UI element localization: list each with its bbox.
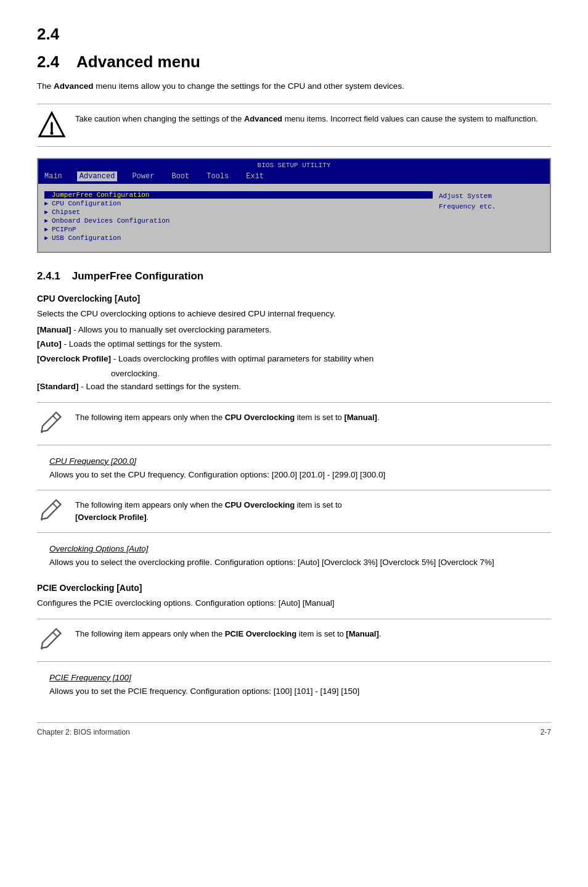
overclock-options-title: Overcloking Options [Auto] [49,544,551,553]
page-footer: Chapter 2: BIOS information 2-7 [37,722,551,736]
bios-entry-pcipnp: ► PCIPnP [44,226,433,233]
pcie-freq-desc: Allows you to set the PCIE frequency. Co… [49,685,551,698]
option-overclock-profile: [Overclock Profile] - Loads overclocking… [37,352,551,366]
cpu-freq-title: CPU Frequency [200.0] [49,456,551,466]
cpu-overclocking-title: CPU Overclocking [Auto] [37,294,551,303]
pcie-freq-title: PCIE Frequency [100] [49,673,551,682]
note-overclock-profile-text: The following item appears only when the… [75,497,342,523]
option-overclock-profile-indent: overclocking. [111,367,551,381]
section-title: 2.4 CPU Overclocking [Auto] [37,25,551,44]
option-auto: [Auto] - Loads the optimal settings for … [37,337,551,351]
bios-entry-usb: ► USB Configuration [44,234,433,242]
note-pcie-manual: The following item appears only when the… [37,619,551,662]
svg-point-2 [51,132,54,135]
svg-line-4 [53,416,57,420]
pcie-overclocking-title: PCIE Overclocking [Auto] [37,583,551,593]
svg-line-5 [53,503,57,508]
main-section-title: 2.4 Advanced menu [37,52,551,72]
bios-body: ► JumperFree Configuration ► CPU Configu… [38,184,550,252]
pencil-icon-1 [37,409,67,439]
bios-entry-jumperfree: ► JumperFree Configuration [44,191,433,199]
pencil-icon-3 [37,625,67,655]
overclock-options-desc: Allows you to select the overclocking pr… [49,556,551,569]
note-manual-cpu: The following item appears only when the… [37,402,551,445]
svg-line-6 [53,632,57,637]
subsection-2-4-1-title: 2.4.1 JumperFree Configuration [37,270,551,283]
bios-entry-onboard: ► Onboard Devices Configuration [44,217,433,225]
option-manual: [Manual] - Allows you to manually set ov… [37,323,551,337]
note-pcie-manual-text: The following item appears only when the… [75,625,381,640]
bios-entries: ► JumperFree Configuration ► CPU Configu… [42,188,435,248]
note-overclock-profile: The following item appears only when the… [37,490,551,533]
bios-menu-power: Power [129,171,157,181]
bios-title: BIOS SETUP UTILITY [42,160,546,170]
bios-menu-tools: Tools [204,171,231,181]
bios-entry-chipset: ► Chipset [44,208,433,216]
pcie-overclocking-desc: Configures the PCIE overclocking options… [37,596,551,610]
bios-menu-main: Main [42,171,65,181]
bios-screenshot: BIOS SETUP UTILITY Main Advanced Power B… [37,158,551,253]
cpu-freq-desc: Allows you to set the CPU frequency. Con… [49,468,551,482]
section-number: 2.4 [37,25,59,43]
caution-text: Take caution when changing the settings … [75,110,538,125]
warning-icon: ! [37,110,67,140]
bios-right-panel: Adjust SystemFrequency etc. [435,188,546,248]
bios-menu-boot: Boot [169,171,192,181]
footer-left: Chapter 2: BIOS information [37,728,130,736]
bios-menu-advanced: Advanced [77,171,118,181]
footer-right: 2-7 [541,728,551,736]
cpu-overclocking-desc: Selects the CPU overclocking options to … [37,307,551,321]
option-standard: [Standard] - Load the standard settings … [37,380,551,394]
bios-menu-exit: Exit [243,171,266,181]
bios-menu-row: Main Advanced Power Boot Tools Exit [42,170,546,183]
pencil-icon-2 [37,497,67,526]
bios-header: BIOS SETUP UTILITY Main Advanced Power B… [38,159,550,184]
bios-entry-cpu: ► CPU Configuration [44,200,433,207]
intro-paragraph: The Advanced menu items allow you to cha… [37,80,551,93]
note-manual-cpu-text: The following item appears only when the… [75,409,380,424]
caution-box: ! Take caution when changing the setting… [37,104,551,147]
